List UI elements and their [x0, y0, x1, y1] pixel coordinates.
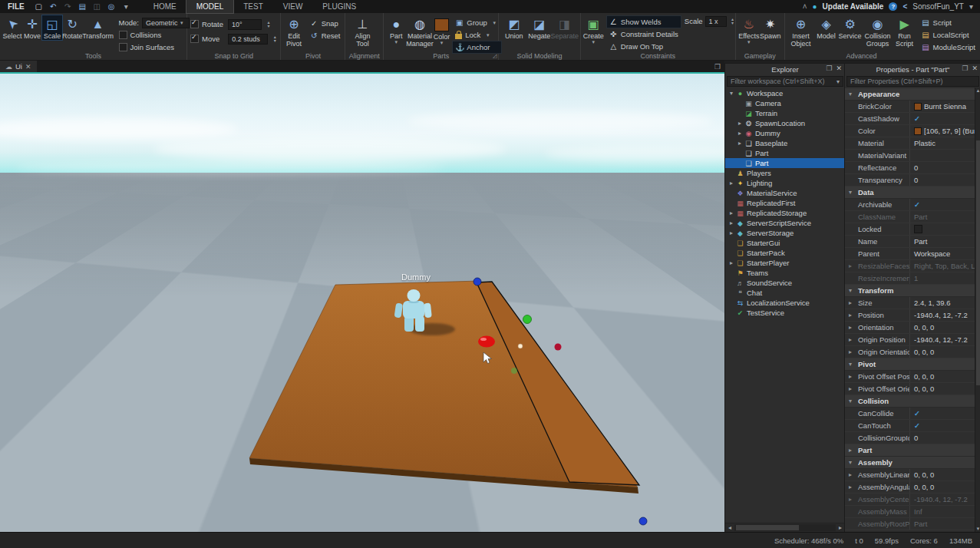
explorer-header[interactable]: Explorer ❐ ✕ [725, 64, 845, 75]
property-row-assemblylinear-[interactable]: ▸AssemblyLinear...0, 0, 0 [845, 469, 980, 481]
tree-expand-icon[interactable]: ▸ [728, 259, 735, 266]
scale-tool-button[interactable]: ◱ Scale [42, 15, 62, 40]
rotate-tool-button[interactable]: ↻ Rotate [62, 15, 83, 40]
explorer-item-chat[interactable]: ❝Chat [725, 288, 845, 298]
panel-pin-icon[interactable]: ❐ [962, 64, 968, 72]
move-snap-stepper[interactable]: ▴ ▾ [272, 35, 278, 43]
tree-expand-icon[interactable]: ▸ [728, 210, 735, 216]
panel-pin-icon[interactable]: ❐ [826, 64, 832, 72]
property-expand-icon[interactable]: ▸ [845, 324, 858, 331]
property-value[interactable]: -1940.4, 12, -7.2 [914, 335, 968, 344]
explorer-item-materialservice[interactable]: ❖MaterialService [725, 188, 845, 198]
property-row-cancollide[interactable]: CanCollide✓ [845, 408, 980, 420]
move-snap-checkbox[interactable] [190, 35, 199, 43]
explorer-horizontal-scrollbar[interactable]: ◂ ▸ [725, 523, 845, 532]
property-row-assemblymass[interactable]: AssemblyMassInf [845, 506, 980, 518]
property-expand-icon[interactable]: ▸ [845, 348, 858, 355]
pivot-reset-button[interactable]: ↺ Reset [308, 30, 343, 41]
color-swatch[interactable] [914, 127, 922, 135]
property-row-position[interactable]: ▸Position-1940.4, 12, -7.2 [845, 309, 980, 322]
property-section-collision[interactable]: ▾Collision [845, 395, 980, 408]
explorer-item-part[interactable]: ❑Part [725, 148, 845, 158]
property-value[interactable]: 0 [914, 163, 918, 172]
explorer-item-starterplayer[interactable]: ▸❏StarterPlayer [725, 258, 845, 268]
tree-expand-icon[interactable]: ▸ [728, 180, 735, 187]
new-file-icon[interactable]: ▢ [34, 2, 44, 11]
explorer-item-testservice[interactable]: ✔TestService [725, 308, 845, 318]
checkbox-checked-icon[interactable]: ✓ [914, 200, 920, 209]
properties-vertical-scrollbar[interactable]: ▲ ▼ [975, 87, 980, 532]
edit-pivot-button[interactable]: ⊕ Edit Pivot [283, 15, 304, 48]
property-expand-icon[interactable]: ▸ [845, 484, 858, 490]
explorer-item-spawnlocation[interactable]: ▸❂SpawnLocation [725, 118, 845, 128]
properties-header[interactable]: Properties - Part "Part" ❐ ✕ [845, 64, 980, 75]
constraint-scale-input[interactable]: 1 x [705, 16, 727, 27]
property-value[interactable]: 0 [914, 434, 918, 442]
negate-button[interactable]: ◪ Negate [526, 15, 552, 40]
checkbox-checked-icon[interactable]: ✓ [914, 409, 920, 418]
explorer-item-teams[interactable]: ⚑Teams [725, 268, 845, 278]
section-expand-icon[interactable]: ▾ [845, 398, 858, 404]
explorer-item-serverscriptservice[interactable]: ▸◆ServerScriptService [725, 218, 845, 228]
property-value[interactable]: 1 [914, 274, 918, 282]
move-snap-input[interactable]: 0.2 studs [228, 34, 268, 45]
property-row-locked[interactable]: Locked [845, 223, 980, 236]
spinner-down-icon[interactable]: ▾ [730, 21, 736, 25]
property-value[interactable]: -1940.4, 12, -7.2 [914, 311, 968, 319]
pivot-snap-toggle[interactable]: ✓ Snap [308, 18, 343, 29]
property-row-pivot-offset-orie-[interactable]: ▸Pivot Offset Orie...0, 0, 0 [845, 383, 980, 395]
tree-expand-icon[interactable]: ▸ [728, 229, 735, 236]
property-value[interactable]: 2.4, 1, 39.6 [914, 299, 951, 307]
group-button[interactable]: ▣ Group ▾ [453, 17, 500, 28]
property-expand-icon[interactable]: ▸ [845, 496, 858, 503]
property-value[interactable]: Part [914, 520, 927, 528]
local-script-button[interactable]: ▤ LocalScript [919, 29, 978, 41]
explorer-item-starterpack[interactable]: ❏StarterPack [725, 248, 845, 258]
property-value[interactable]: 0, 0, 0 [914, 470, 934, 479]
section-expand-icon[interactable]: ▾ [845, 459, 858, 466]
property-row-size[interactable]: ▸Size2.4, 1, 39.6 [845, 297, 980, 309]
property-row-transparency[interactable]: Transparency0 [845, 174, 980, 187]
transform-tool-button[interactable]: ▲ Transform [83, 15, 114, 40]
checkbox-checked-icon[interactable]: ✓ [914, 114, 920, 123]
property-expand-icon[interactable]: ▸ [845, 299, 858, 306]
property-value[interactable]: Burnt Sienna [924, 102, 966, 111]
property-row-brickcolor[interactable]: BrickColorBurnt Sienna [845, 101, 980, 113]
effects-button[interactable]: ♨ Effects ▾ [738, 15, 760, 45]
tree-expand-icon[interactable]: ▸ [728, 220, 735, 226]
property-section-pivot[interactable]: ▾Pivot [845, 358, 980, 371]
property-value[interactable]: 0, 0, 0 [914, 372, 934, 381]
property-row-reflectance[interactable]: Reflectance0 [845, 162, 980, 174]
share-icon[interactable]: < [902, 2, 907, 11]
property-section-transform[interactable]: ▾Transform [845, 285, 980, 297]
save-icon[interactable]: ◫ [92, 2, 102, 11]
dropdown-caret-icon[interactable]: ▾ [395, 40, 398, 45]
explorer-item-workspace[interactable]: ▾●Workspace [725, 88, 845, 98]
dropdown-caret-icon[interactable]: ▾ [747, 40, 751, 45]
update-available-link[interactable]: Update Available [823, 2, 884, 11]
section-expand-icon[interactable]: ▾ [845, 287, 858, 294]
tree-expand-icon[interactable]: ▸ [736, 140, 744, 147]
property-section-data[interactable]: ▾Data [845, 187, 980, 199]
scrollbar-thumb[interactable] [976, 140, 980, 385]
module-script-button[interactable]: ▤ ModuleScript [919, 41, 978, 53]
align-tool-button[interactable]: ⊥ Align Tool [348, 15, 377, 48]
section-expand-icon[interactable]: ▸ [845, 447, 858, 454]
lock-button[interactable]: Lock ▾ [453, 29, 500, 41]
rotate-snap-stepper[interactable]: ▴ ▾ [266, 21, 272, 28]
doc-close-icon[interactable]: ✕ [25, 63, 31, 71]
collisions-toggle[interactable]: Collisions [117, 29, 192, 41]
model-button[interactable]: ◈ Model [815, 15, 838, 40]
union-button[interactable]: ◩ Union [501, 15, 526, 40]
tree-expand-icon[interactable]: ▸ [736, 130, 744, 137]
explorer-item-replicatedfirst[interactable]: ▦ReplicatedFirst [725, 198, 845, 208]
property-expand-icon[interactable]: ▸ [845, 471, 858, 478]
section-expand-icon[interactable]: ▾ [845, 361, 858, 368]
document-tab-ui[interactable]: ☁ Ui ✕ [0, 61, 37, 72]
property-row-material[interactable]: MaterialPlastic [845, 137, 980, 150]
property-section-assembly[interactable]: ▾Assembly [845, 457, 980, 469]
property-value[interactable]: 0 [914, 176, 918, 184]
run-script-button[interactable]: ▶ Run Script [893, 15, 916, 48]
explorer-item-part[interactable]: ❑Part [725, 158, 845, 168]
anchor-button[interactable]: ⚓ Anchor [453, 41, 500, 53]
